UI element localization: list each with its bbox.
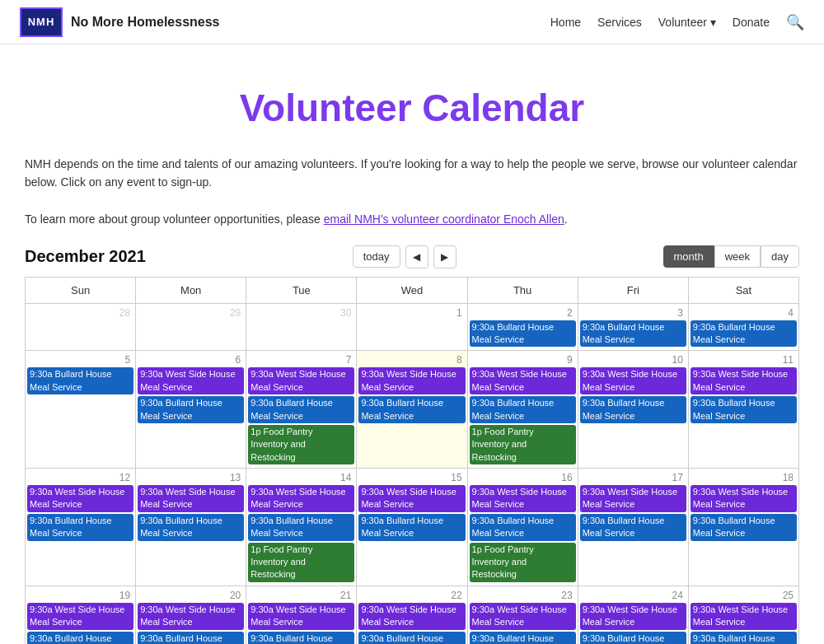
nav-volunteer[interactable]: Volunteer ▾ [658, 16, 716, 29]
day-cell: 21 9:30a West Side House Meal Service 9:… [246, 586, 357, 644]
event[interactable]: 9:30a West Side House Meal Service [580, 603, 686, 630]
month-view-button[interactable]: month [663, 245, 714, 268]
event[interactable]: 9:30a Bullard House Meal Service [358, 396, 465, 423]
event[interactable]: 9:30a West Side House Meal Service [580, 367, 686, 394]
event[interactable]: 9:30a West Side House Meal Service [691, 367, 797, 394]
day-cell: 17 9:30a West Side House Meal Service 9:… [578, 469, 688, 586]
event[interactable]: 9:30a West Side House Meal Service [27, 485, 133, 512]
day-cell: 3 9:30a Bullard House Meal Service [578, 303, 688, 351]
event[interactable]: 9:30a Bullard House Meal Service [27, 367, 133, 394]
day-cell: 18 9:30a West Side House Meal Service 9:… [688, 469, 798, 586]
event[interactable]: 9:30a Bullard House Meal Service [580, 320, 686, 348]
event[interactable]: 9:30a West Side House Meal Service [358, 485, 465, 512]
day-cell: 2 9:30a Bullard House Meal Service [467, 303, 578, 351]
event[interactable]: 9:30a West Side House Meal Service [248, 485, 354, 512]
week-view-button[interactable]: week [714, 245, 761, 268]
event[interactable]: 1p Food Pantry Inventory and Restocking [470, 425, 576, 464]
day-cell: 14 9:30a West Side House Meal Service 9:… [246, 469, 357, 586]
event[interactable]: 1p Food Pantry Inventory and Restocking [248, 425, 354, 464]
col-fri: Fri [578, 277, 688, 303]
event[interactable]: 9:30a Bullard House Meal Service [691, 396, 797, 423]
event[interactable]: 9:30a West Side House Meal Service [470, 367, 576, 394]
day-cell: 15 9:30a West Side House Meal Service 9:… [357, 469, 467, 586]
calendar-month-label: December 2021 [25, 247, 146, 266]
event[interactable]: 9:30a Bullard House Meal Service [580, 396, 686, 423]
col-mon: Mon [136, 277, 246, 303]
day-cell: 6 9:30a West Side House Meal Service 9:3… [136, 351, 246, 469]
intro-section: NMH depends on the time and talents of o… [25, 155, 799, 229]
main-content: Volunteer Calendar NMH depends on the ti… [8, 44, 816, 644]
day-cell: 24 9:30a West Side House Meal Service 9:… [578, 586, 688, 644]
page-title: Volunteer Calendar [25, 61, 799, 155]
nav-services[interactable]: Services [597, 16, 642, 29]
event[interactable]: 9:30a West Side House Meal Service [691, 603, 797, 630]
calendar-table: Sun Mon Tue Wed Thu Fri Sat 28 29 30 [25, 277, 799, 644]
col-wed: Wed [357, 277, 467, 303]
col-tue: Tue [246, 277, 357, 303]
event[interactable]: 9:30a West Side House Meal Service [470, 603, 576, 630]
event[interactable]: 9:30a Bullard House Meal Service [580, 632, 686, 644]
col-thu: Thu [467, 277, 578, 303]
event[interactable]: 9:30a West Side House Meal Service [358, 603, 465, 630]
event[interactable]: 9:30a Bullard House Meal Service [691, 514, 797, 541]
event[interactable]: 9:30a Bullard House Meal Service [27, 514, 133, 541]
table-row: 12 9:30a West Side House Meal Service 9:… [26, 469, 799, 586]
day-cell: 11 9:30a West Side House Meal Service 9:… [688, 351, 798, 469]
event[interactable]: 9:30a Bullard House Meal Service [691, 632, 797, 644]
table-row: 19 9:30a West Side House Meal Service 9:… [26, 586, 799, 644]
coordinator-link[interactable]: email NMH's volunteer coordinator Enoch … [324, 212, 564, 226]
event[interactable]: 9:30a Bullard House Meal Service [248, 632, 354, 644]
day-cell: 9 9:30a West Side House Meal Service 9:3… [467, 351, 578, 469]
day-cell: 1 [357, 303, 467, 351]
event[interactable]: 9:30a West Side House Meal Service [580, 485, 686, 512]
col-sun: Sun [26, 277, 136, 303]
event[interactable]: 9:30a West Side House Meal Service [138, 603, 244, 630]
event[interactable]: 1p Food Pantry Inventory and Restocking [248, 543, 354, 582]
event[interactable]: 9:30a Bullard House Meal Service [138, 632, 244, 644]
day-cell: 19 9:30a West Side House Meal Service 9:… [26, 586, 136, 644]
event[interactable]: 9:30a West Side House Meal Service [248, 367, 354, 394]
day-cell: 25 9:30a West Side House Meal Service 9:… [688, 586, 798, 644]
day-cell: 4 9:30a Bullard House Meal Service [688, 303, 798, 351]
calendar-nav: today ◀ ▶ [353, 245, 456, 268]
event[interactable]: 9:30a Bullard House Meal Service [138, 514, 244, 541]
event[interactable]: 1p Food Pantry Inventory and Restocking [470, 543, 576, 582]
day-cell: 10 9:30a West Side House Meal Service 9:… [578, 351, 688, 469]
nav-donate[interactable]: Donate [733, 16, 770, 29]
event[interactable]: 9:30a Bullard House Meal Service [358, 514, 465, 541]
next-button[interactable]: ▶ [433, 245, 456, 268]
event[interactable]: 9:30a Bullard House Meal Service [27, 632, 133, 644]
event[interactable]: 9:30a Bullard House Meal Service [138, 396, 244, 423]
event[interactable]: 9:30a Bullard House Meal Service [358, 632, 465, 644]
event[interactable]: 9:30a Bullard House Meal Service [470, 320, 576, 348]
intro-para2: To learn more about group volunteer oppo… [25, 210, 799, 228]
event[interactable]: 9:30a West Side House Meal Service [470, 485, 576, 512]
day-cell: 30 [246, 303, 357, 351]
event[interactable]: 9:30a Bullard House Meal Service [580, 514, 686, 541]
event[interactable]: 9:30a Bullard House Meal Service [470, 632, 576, 644]
event[interactable]: 9:30a West Side House Meal Service [27, 603, 133, 630]
event[interactable]: 9:30a West Side House Meal Service [138, 367, 244, 394]
event[interactable]: 9:30a Bullard House Meal Service [248, 396, 354, 423]
event[interactable]: 9:30a West Side House Meal Service [138, 485, 244, 512]
event[interactable]: 9:30a Bullard House Meal Service [248, 514, 354, 541]
event[interactable]: 9:30a Bullard House Meal Service [470, 514, 576, 541]
search-icon[interactable]: 🔍 [786, 13, 804, 31]
nav-links: Home Services Volunteer ▾ Donate 🔍 [550, 13, 804, 31]
day-cell: 8 9:30a West Side House Meal Service 9:3… [357, 351, 467, 469]
logo-icon: NMH [20, 7, 63, 37]
calendar-controls: December 2021 today ◀ ▶ month week day [25, 245, 799, 268]
nav-home[interactable]: Home [550, 16, 581, 29]
event[interactable]: 9:30a West Side House Meal Service [248, 603, 354, 630]
event[interactable]: 9:30a West Side House Meal Service [358, 367, 465, 394]
col-sat: Sat [688, 277, 798, 303]
day-cell: 20 9:30a West Side House Meal Service 9:… [136, 586, 246, 644]
day-view-button[interactable]: day [761, 245, 799, 268]
prev-button[interactable]: ◀ [405, 245, 428, 268]
day-cell: 5 9:30a Bullard House Meal Service [26, 351, 136, 469]
day-cell: 16 9:30a West Side House Meal Service 9:… [467, 469, 578, 586]
today-button[interactable]: today [353, 245, 400, 268]
event[interactable]: 9:30a Bullard House Meal Service [691, 320, 797, 348]
event[interactable]: 9:30a Bullard House Meal Service [470, 396, 576, 423]
event[interactable]: 9:30a West Side House Meal Service [691, 485, 797, 512]
